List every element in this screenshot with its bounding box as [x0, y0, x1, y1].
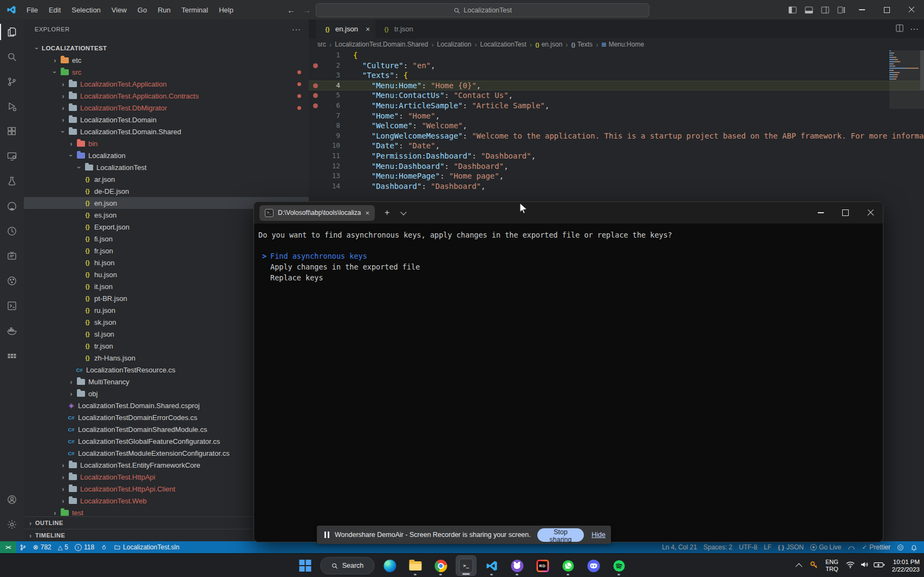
status-check[interactable]: ✓Prettier [858, 541, 894, 553]
taskbar-file-explorer[interactable] [405, 555, 426, 576]
customize-layout-icon[interactable] [833, 0, 849, 19]
forward-arrow-icon[interactable]: → [303, 5, 311, 15]
language-indicator[interactable]: ENG TRQ [825, 559, 838, 573]
status-remote[interactable]: >< [0, 541, 16, 553]
status-feedback[interactable] [894, 541, 907, 553]
toggle-panel-icon[interactable] [801, 0, 817, 19]
notebook-icon[interactable] [0, 244, 24, 268]
taskbar-whatsapp[interactable] [558, 555, 578, 576]
tab-en.json[interactable]: {}en.json× [316, 19, 375, 38]
status-braces[interactable]: { }JSON [775, 541, 807, 553]
menu-help[interactable]: Help [214, 4, 238, 16]
tree-item[interactable]: {}de-DE.json [24, 185, 309, 197]
menu-run[interactable]: Run [153, 4, 175, 16]
code-line[interactable]: 12 "Menu:Dashboard": "Dashboard", [309, 161, 924, 172]
code-line[interactable]: 7 "Home": "Home", [309, 111, 924, 121]
code-line[interactable]: 11 "Permission:Dashboard": "Dashboard", [309, 151, 924, 161]
toggle-sidebar-icon[interactable] [784, 0, 801, 19]
status-golive[interactable]: Go Live [807, 541, 844, 553]
toggle-secondary-sidebar-icon[interactable] [817, 0, 833, 19]
code-line[interactable]: 4 "Menu:Home": "Home {0}", [309, 81, 924, 91]
grid-icon[interactable] [0, 343, 24, 368]
breadcrumb-item[interactable]: src [317, 41, 326, 48]
taskbar-edge[interactable] [380, 555, 400, 576]
back-arrow-icon[interactable]: ← [287, 5, 295, 15]
key-icon[interactable] [809, 560, 818, 572]
terminal-dropdown-icon[interactable] [401, 209, 407, 215]
menu-view[interactable]: View [107, 4, 132, 16]
terminal-new-tab-icon[interactable]: + [385, 208, 389, 218]
split-editor-icon[interactable] [896, 24, 903, 34]
clock[interactable]: 10:01 PM 2/22/2023 [892, 558, 920, 573]
close-window-icon[interactable] [899, 0, 924, 19]
status-utf8[interactable]: UTF-8 [736, 541, 760, 553]
testing-icon[interactable] [0, 169, 24, 194]
tree-item[interactable]: ›LocalizationTest.Domain [24, 114, 309, 126]
code-line[interactable]: 3 "Texts": { [309, 70, 924, 81]
remote-explorer-icon[interactable] [0, 144, 24, 169]
status-ln[interactable]: Ln 4, Col 21 [659, 541, 700, 553]
tree-item[interactable]: ›LocalizationTest.Domain.Shared [24, 126, 309, 137]
taskbar-vscode[interactable] [481, 555, 502, 576]
taskbar-spotify[interactable] [609, 555, 629, 576]
tree-item[interactable]: ›src [24, 66, 309, 78]
terminal-option[interactable]: Apply changes in the exported file [258, 261, 883, 272]
menu-go[interactable]: Go [133, 4, 152, 16]
stop-sharing-button[interactable]: Stop sharing [537, 528, 584, 542]
status-bell[interactable] [907, 541, 921, 553]
code-line[interactable]: 9 "LongWelcomeMessage": "Welcome to the … [309, 131, 924, 141]
minimap[interactable] [889, 50, 920, 81]
breadcrumb-item[interactable]: ⊞Menu:Home [601, 41, 644, 48]
editor-scrollbar[interactable] [920, 50, 924, 90]
status-arc[interactable] [844, 541, 858, 553]
status-flame[interactable] [97, 541, 110, 553]
status-warning[interactable]: △5 [55, 541, 71, 553]
explorer-icon[interactable] [0, 19, 24, 44]
tree-item[interactable]: ›LocalizationTest [24, 161, 309, 173]
tab-tr.json[interactable]: {}tr.json [375, 19, 419, 38]
code-line[interactable]: 2 "Culture": "en", [309, 61, 924, 71]
github-icon[interactable] [0, 194, 24, 219]
terminal-option[interactable]: Replace keys [258, 272, 883, 283]
taskbar-discord[interactable] [583, 555, 604, 576]
breadcrumb-item[interactable]: LocalizationTest.Domain.Shared [335, 41, 428, 48]
editor-more-actions-icon[interactable]: ··· [910, 24, 919, 34]
taskbar-terminal[interactable]: >_ [456, 555, 477, 576]
command-center-search[interactable]: LocalizationTest [316, 3, 649, 17]
breadcrumb-item[interactable]: {}en.json [535, 41, 562, 48]
battery-icon[interactable] [874, 561, 885, 571]
status-spaces[interactable]: Spaces: 2 [700, 541, 736, 553]
wifi-icon[interactable] [845, 561, 855, 571]
explorer-more-actions-icon[interactable]: ··· [292, 25, 301, 34]
taskbar-search[interactable]: Search [321, 555, 375, 576]
tab-close-icon[interactable]: × [366, 25, 370, 34]
terminal-tab-close-icon[interactable]: × [365, 209, 369, 217]
terminal-option[interactable]: >Find asynchronous keys [258, 251, 883, 261]
tray-chevron-up-icon[interactable] [796, 563, 803, 570]
docker-icon[interactable] [0, 318, 24, 343]
tree-item[interactable]: {}ar.json [24, 173, 309, 185]
menu-file[interactable]: File [22, 4, 43, 16]
extensions-icon[interactable] [0, 119, 24, 144]
taskbar-start[interactable] [295, 555, 316, 576]
code-line[interactable]: 13 "Menu:HomePage": "Home page", [309, 171, 924, 181]
tree-item[interactable]: ›LocalizationTest.Application [24, 78, 309, 90]
search-icon[interactable] [0, 44, 24, 69]
globe-icon[interactable] [0, 268, 24, 293]
terminal-tab[interactable]: >_ D:\Volosoft\abp\tools\localiza × [259, 205, 375, 221]
tree-root[interactable]: ›LOCALIZATIONTEST [24, 42, 309, 54]
breadcrumb-item[interactable]: LocalizationTest [480, 41, 526, 48]
menu-terminal[interactable]: Terminal [177, 4, 213, 16]
status-folder[interactable]: LocalizationTest.sln [110, 541, 183, 553]
breadcrumb-item[interactable]: {}Texts [571, 41, 593, 48]
minimize-window-icon[interactable] [849, 0, 874, 19]
taskbar-github-desktop[interactable] [507, 555, 528, 576]
status-info[interactable]: i118 [71, 541, 97, 553]
status-error[interactable]: ⊗782 [30, 541, 55, 553]
clock-icon[interactable] [0, 219, 24, 244]
code-line[interactable]: 10 "Date": "Date", [309, 141, 924, 151]
tree-item[interactable]: ›LocalizationTest.DbMigrator [24, 102, 309, 114]
terminal-titlebar[interactable]: >_ D:\Volosoft\abp\tools\localiza × + [254, 202, 883, 224]
code-line[interactable]: 5 "Menu:ContactUs": "Contact Us", [309, 90, 924, 101]
tree-item[interactable]: ›Localization [24, 149, 309, 161]
